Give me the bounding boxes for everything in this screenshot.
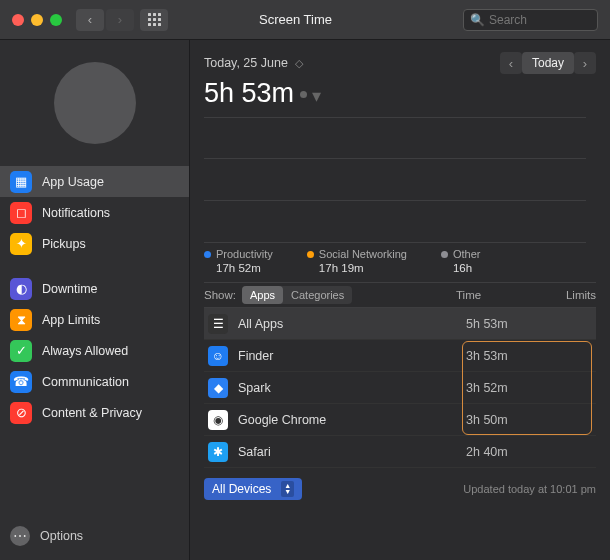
table-row[interactable]: ◉Google Chrome3h 50m xyxy=(204,404,596,436)
sidebar-item-communication[interactable]: ☎Communication xyxy=(0,366,189,397)
sidebar-icon: ◻ xyxy=(10,202,32,224)
options-icon: ⋯ xyxy=(10,526,30,546)
sidebar-icon: ✦ xyxy=(10,233,32,255)
sidebar-item-app-usage[interactable]: ▦App Usage xyxy=(0,166,189,197)
date-label[interactable]: Today, 25 June ◇ xyxy=(204,56,303,70)
maximize-window[interactable] xyxy=(50,14,62,26)
minimize-window[interactable] xyxy=(31,14,43,26)
window-title: Screen Time xyxy=(128,12,463,27)
sidebar-icon: ◐ xyxy=(10,278,32,300)
sidebar-item-content-&-privacy[interactable]: ⊘Content & Privacy xyxy=(0,397,189,428)
table-row[interactable]: ☺Finder3h 53m xyxy=(204,340,596,372)
updated-label: Updated today at 10:01 pm xyxy=(463,483,596,495)
app-icon: ☺ xyxy=(208,346,228,366)
devices-dropdown[interactable]: All Devices ▲▼ xyxy=(204,478,302,500)
today-button[interactable]: Today xyxy=(522,52,574,74)
legend-productivity: Productivity17h 52m xyxy=(204,248,273,274)
avatar[interactable] xyxy=(54,62,136,144)
options-button[interactable]: ⋯ Options xyxy=(0,512,189,560)
sidebar-icon: ☎ xyxy=(10,371,32,393)
sidebar-item-notifications[interactable]: ◻Notifications xyxy=(0,197,189,228)
sidebar-icon: ▦ xyxy=(10,171,32,193)
sidebar-item-downtime[interactable]: ◐Downtime xyxy=(0,273,189,304)
legend-other: Other16h xyxy=(441,248,481,274)
table-row[interactable]: ✱Safari2h 40m xyxy=(204,436,596,468)
close-window[interactable] xyxy=(12,14,24,26)
sidebar-icon: ✓ xyxy=(10,340,32,362)
usage-chart xyxy=(204,117,596,242)
next-day[interactable]: › xyxy=(574,52,596,74)
app-icon: ☰ xyxy=(208,314,228,334)
app-icon: ✱ xyxy=(208,442,228,462)
seg-categories[interactable]: Categories xyxy=(283,286,352,304)
search-icon: 🔍 xyxy=(470,13,485,27)
prev-day[interactable]: ‹ xyxy=(500,52,522,74)
sidebar-icon: ⧗ xyxy=(10,309,32,331)
back-button[interactable]: ‹ xyxy=(76,9,104,31)
app-icon: ◉ xyxy=(208,410,228,430)
sidebar-item-app-limits[interactable]: ⧗App Limits xyxy=(0,304,189,335)
total-time: 5h 53m ▾ xyxy=(204,78,596,109)
sidebar-item-pickups[interactable]: ✦Pickups xyxy=(0,228,189,259)
search-field[interactable]: 🔍 xyxy=(463,9,598,31)
sidebar-icon: ⊘ xyxy=(10,402,32,424)
show-segmented[interactable]: Apps Categories xyxy=(242,286,352,304)
forward-button: › xyxy=(106,9,134,31)
sidebar-item-always-allowed[interactable]: ✓Always Allowed xyxy=(0,335,189,366)
table-row[interactable]: ◆Spark3h 52m xyxy=(204,372,596,404)
table-row[interactable]: ☰All Apps5h 53m xyxy=(204,308,596,340)
search-input[interactable] xyxy=(489,13,591,27)
seg-apps[interactable]: Apps xyxy=(242,286,283,304)
app-icon: ◆ xyxy=(208,378,228,398)
legend-social-networking: Social Networking17h 19m xyxy=(307,248,407,274)
